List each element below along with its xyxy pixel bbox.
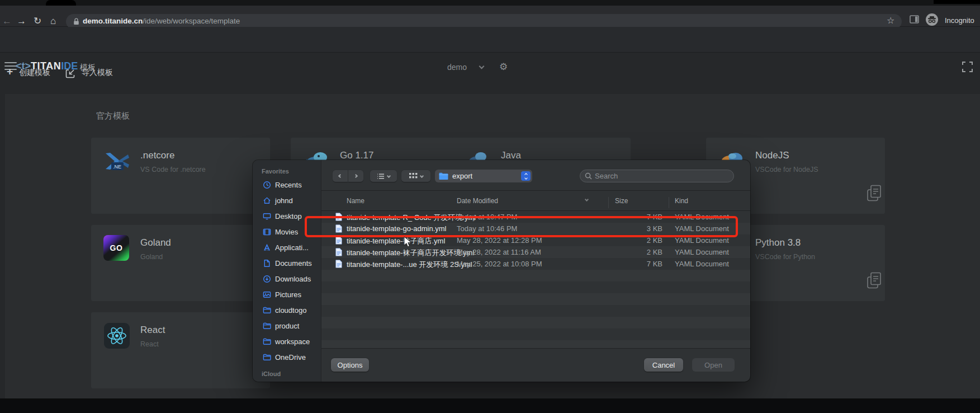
sidebar-item-documents[interactable]: Documents bbox=[263, 256, 320, 270]
sidebar-item-pictures[interactable]: Pictures bbox=[263, 288, 320, 301]
url-host: demo.titanide.cn bbox=[83, 17, 143, 25]
dialog-back-button[interactable] bbox=[333, 170, 348, 182]
template-card-react[interactable]: React React bbox=[91, 312, 270, 388]
forward-icon[interactable]: → bbox=[17, 15, 26, 28]
side-panel-icon[interactable] bbox=[910, 15, 919, 24]
yaml-file-icon bbox=[335, 248, 342, 256]
card-title: Go 1.17 bbox=[340, 150, 374, 161]
home-icon[interactable]: ⌂ bbox=[50, 15, 56, 28]
sidebar-item-onedrive[interactable]: OneDrive bbox=[263, 350, 320, 364]
folder-icon bbox=[263, 322, 271, 330]
browser-tab-strip bbox=[0, 0, 980, 6]
film-icon bbox=[263, 228, 271, 236]
card-title: React bbox=[140, 325, 165, 336]
download-circle-icon bbox=[263, 275, 271, 283]
search-field[interactable] bbox=[580, 170, 734, 182]
back-icon[interactable]: ← bbox=[2, 15, 12, 28]
card-subtitle: VSCode for Python bbox=[755, 253, 815, 261]
workspace-selector[interactable]: demo bbox=[447, 63, 467, 72]
search-icon bbox=[585, 172, 592, 180]
sidebar-item-cloudtogo[interactable]: cloudtogo bbox=[263, 303, 320, 317]
sort-chevron-icon bbox=[585, 198, 589, 201]
browser-tab[interactable] bbox=[46, 0, 76, 6]
bookmark-star-icon[interactable]: ☆ bbox=[887, 15, 894, 26]
grid-view-dropdown[interactable] bbox=[401, 170, 430, 182]
react-icon bbox=[103, 322, 130, 349]
sidebar-item-product[interactable]: product bbox=[263, 319, 320, 332]
card-subtitle: VS Code for .netcore bbox=[140, 166, 206, 173]
section-title: 官方模板 bbox=[96, 111, 130, 121]
yaml-file-icon bbox=[335, 260, 342, 268]
desktop-icon bbox=[263, 212, 271, 220]
home-icon bbox=[263, 196, 271, 205]
duplicate-template-icon[interactable] bbox=[867, 272, 882, 289]
sidebar-item-recents[interactable]: Recents bbox=[263, 178, 320, 191]
card-title: Goland bbox=[140, 237, 171, 248]
document-icon bbox=[263, 259, 271, 267]
template-card-netcore[interactable]: .NE .netcore VS Code for .netcore bbox=[91, 138, 270, 214]
location-dropdown[interactable]: export bbox=[435, 170, 532, 182]
netcore-icon: .NE bbox=[103, 148, 130, 175]
screen: { "browser": { "url_host": "demo.titanid… bbox=[0, 0, 980, 413]
list-view-dropdown[interactable] bbox=[370, 170, 397, 182]
import-icon[interactable] bbox=[65, 68, 75, 79]
column-name[interactable]: Name bbox=[347, 197, 364, 205]
search-input[interactable] bbox=[595, 172, 718, 180]
fullscreen-icon[interactable] bbox=[962, 61, 973, 73]
sidebar-item-workspace[interactable]: workspace bbox=[263, 335, 320, 348]
open-button[interactable]: Open bbox=[692, 358, 735, 372]
lock-icon bbox=[73, 18, 79, 25]
app-header: <t>TITANIDE 模板 demo ⚙ bbox=[0, 27, 980, 53]
sidebar-item-downloads[interactable]: Downloads bbox=[263, 272, 320, 285]
column-date-modified[interactable]: Date Modified bbox=[457, 197, 498, 205]
duplicate-template-icon[interactable] bbox=[867, 185, 882, 201]
dialog-bottom-bar: Options Cancel Open bbox=[321, 348, 750, 382]
card-title: .netcore bbox=[140, 150, 174, 161]
gear-icon[interactable]: ⚙ bbox=[499, 61, 508, 73]
icloud-header: iCloud bbox=[262, 370, 281, 377]
empty-row-stripes bbox=[321, 270, 750, 348]
card-subtitle: VSCode for NodeJS bbox=[755, 166, 818, 173]
template-card-goland[interactable]: GO Goland Goland bbox=[91, 225, 270, 301]
chevron-down-icon[interactable] bbox=[479, 64, 485, 69]
highlight-rectangle bbox=[305, 216, 738, 237]
favorites-header: Favorites bbox=[262, 168, 289, 175]
folder-icon bbox=[263, 353, 271, 362]
sidebar-item-johnd[interactable]: johnd bbox=[263, 194, 320, 207]
file-row[interactable]: titanide-template-袜子商店开发环境.ymlMay 28, 20… bbox=[321, 246, 750, 258]
incognito-avatar-icon[interactable] bbox=[926, 13, 938, 26]
file-row[interactable]: titanide-template-...ue 开发环境 2S.ymlMay 2… bbox=[321, 258, 750, 270]
reload-icon[interactable]: ↻ bbox=[34, 15, 41, 28]
app-store-a-icon bbox=[263, 243, 271, 252]
create-template-button[interactable]: 创建模板 bbox=[19, 68, 50, 78]
card-title: Python 3.8 bbox=[755, 237, 801, 248]
location-stepper[interactable] bbox=[521, 171, 531, 181]
folder-icon bbox=[263, 337, 271, 346]
sidebar-item-applications[interactable]: Applicati... bbox=[263, 241, 320, 254]
mouse-cursor bbox=[404, 236, 412, 248]
options-button[interactable]: Options bbox=[331, 358, 369, 372]
clock-icon bbox=[263, 181, 271, 189]
card-subtitle: React bbox=[140, 340, 159, 348]
goland-icon: GO bbox=[103, 235, 130, 262]
cancel-button[interactable]: Cancel bbox=[644, 358, 683, 372]
yaml-file-icon bbox=[335, 236, 342, 245]
browser-toolbar: ← → ↻ ⌂ demo.titanide.cn/ide/web/workspa… bbox=[0, 6, 980, 27]
picture-icon bbox=[263, 290, 271, 299]
file-open-dialog: Favorites Recents johnd Desktop Movies A… bbox=[253, 160, 750, 382]
card-title: NodeJS bbox=[755, 150, 789, 161]
dialog-forward-button[interactable] bbox=[348, 170, 363, 182]
plus-icon[interactable]: + bbox=[7, 65, 13, 78]
import-template-button[interactable]: 导入模板 bbox=[82, 68, 113, 78]
url-text: demo.titanide.cn/ide/web/workspace/templ… bbox=[83, 17, 240, 25]
dialog-sidebar: Favorites Recents johnd Desktop Movies A… bbox=[253, 160, 321, 382]
column-size[interactable]: Size bbox=[615, 197, 628, 205]
card-title: Java bbox=[501, 150, 521, 161]
folder-icon bbox=[263, 306, 271, 315]
bottom-strip bbox=[0, 398, 980, 413]
grid-view-icon bbox=[409, 173, 418, 179]
folder-icon bbox=[439, 172, 448, 180]
column-kind[interactable]: Kind bbox=[675, 197, 688, 205]
browser-tab-partial bbox=[934, 0, 980, 4]
list-view-icon bbox=[377, 173, 385, 179]
